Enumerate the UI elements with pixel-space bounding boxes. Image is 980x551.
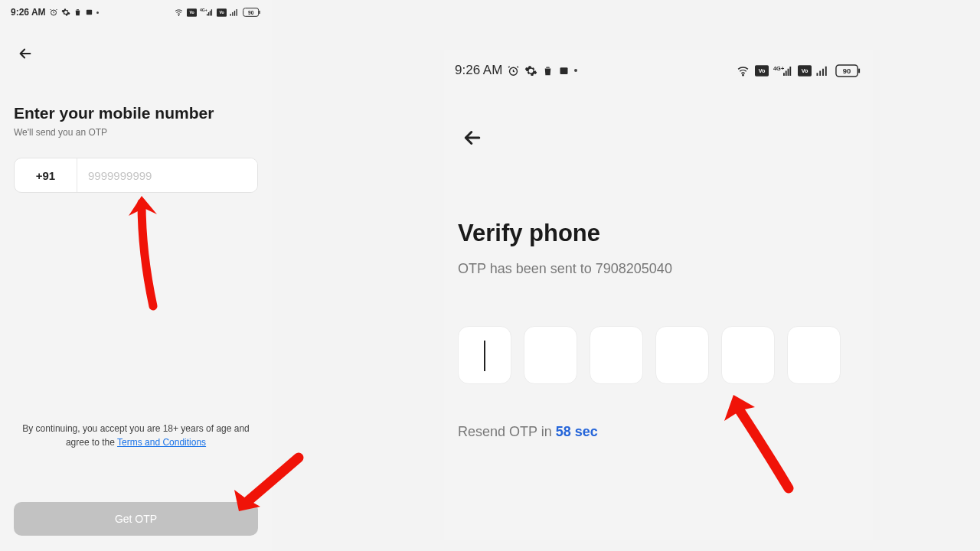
back-button[interactable]	[17, 43, 38, 64]
card-icon	[558, 64, 570, 77]
volte-icon: Vo	[187, 8, 197, 17]
resend-prefix: Resend OTP in	[458, 424, 556, 439]
signal-icon	[816, 64, 830, 77]
gear-icon	[61, 8, 70, 17]
otp-digit-4[interactable]	[655, 326, 709, 384]
svg-point-2	[178, 15, 179, 16]
signal-icon	[230, 8, 240, 17]
otp-digit-6[interactable]	[787, 326, 841, 384]
more-dot	[96, 11, 99, 14]
get-otp-button[interactable]: Get OTP	[14, 502, 258, 536]
arrow-left-icon	[17, 45, 34, 62]
card-icon	[85, 8, 93, 17]
svg-rect-12	[560, 67, 568, 74]
status-bar: 9:26 AM Vo 4G+ Vo 90	[444, 50, 873, 80]
svg-text:Vo: Vo	[219, 10, 224, 15]
status-time: 9:26 AM	[11, 7, 46, 18]
otp-digit-2[interactable]	[524, 326, 577, 384]
svg-text:Vo: Vo	[759, 67, 766, 74]
svg-point-13	[743, 74, 743, 75]
battery-icon: 90	[835, 64, 862, 77]
status-bar: 9:26 AM Vo 4G+ Vo 90	[0, 0, 272, 21]
verify-phone-screen: 9:26 AM Vo 4G+ Vo 90 Verify phone OTP ha…	[444, 50, 873, 540]
otp-input-row	[458, 326, 859, 384]
resend-timer: 58 sec	[556, 424, 598, 439]
back-button[interactable]	[461, 123, 490, 152]
otp-digit-5[interactable]	[721, 326, 775, 384]
svg-text:4G+: 4G+	[773, 64, 785, 71]
battery-icon: 90	[243, 8, 261, 17]
phone-number-input[interactable]	[77, 158, 257, 192]
page-title: Enter your mobile number	[14, 104, 258, 122]
volte-icon-2: Vo	[217, 8, 227, 17]
arrow-left-icon	[461, 126, 484, 149]
svg-text:Vo: Vo	[189, 10, 194, 15]
page-title: Verify phone	[458, 220, 859, 247]
svg-rect-1	[86, 10, 91, 15]
svg-text:4G+: 4G+	[200, 8, 207, 12]
wifi-icon	[174, 8, 184, 17]
page-subtitle: OTP has been sent to 7908205040	[458, 261, 859, 277]
alarm-icon	[49, 8, 58, 17]
signal-4g-icon: 4G+	[200, 8, 214, 17]
page-subtitle: We'll send you an OTP	[14, 127, 258, 138]
resend-text: Resend OTP in 58 sec	[458, 424, 859, 440]
otp-digit-1[interactable]	[458, 326, 511, 384]
svg-text:90: 90	[248, 10, 254, 15]
otp-digit-3[interactable]	[590, 326, 643, 384]
country-code-selector[interactable]: +91	[15, 158, 77, 192]
more-dot	[574, 69, 577, 72]
terms-text: By continuing, you accept you are 18+ ye…	[14, 422, 258, 450]
volte-icon-2: Vo	[798, 65, 812, 77]
svg-text:Vo: Vo	[802, 67, 808, 74]
phone-input-row: +91	[14, 158, 258, 193]
terms-link[interactable]: Terms and Conditions	[117, 437, 206, 448]
volte-icon: Vo	[755, 65, 769, 77]
enter-number-screen: 9:26 AM Vo 4G+ Vo 90 Enter your mobile n…	[0, 0, 272, 551]
trash-icon	[74, 8, 82, 17]
status-time: 9:26 AM	[455, 63, 502, 78]
svg-text:90: 90	[843, 67, 851, 75]
signal-4g-icon: 4G+	[773, 64, 793, 77]
alarm-icon	[507, 64, 520, 77]
gear-icon	[524, 64, 537, 77]
svg-rect-20	[858, 68, 860, 73]
svg-rect-9	[259, 11, 260, 14]
wifi-icon	[736, 64, 750, 77]
trash-icon	[542, 64, 554, 77]
